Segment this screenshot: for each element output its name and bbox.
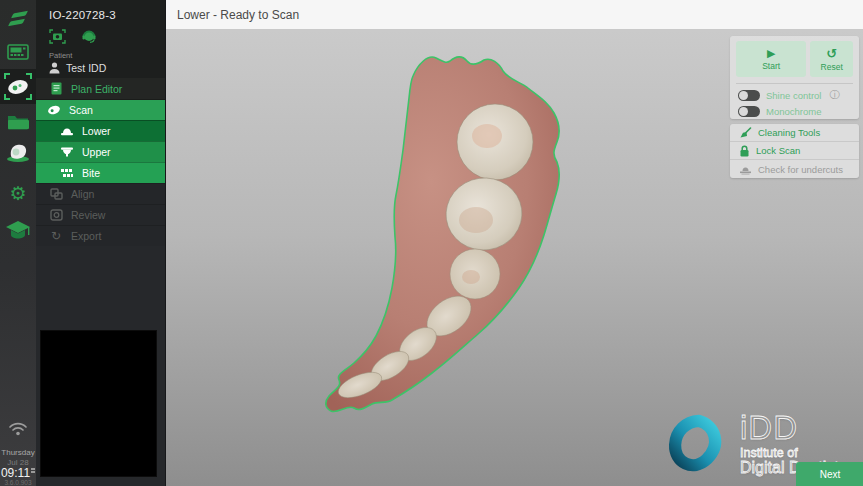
divider [736, 83, 853, 84]
menu-item-review-disabled: Review [36, 204, 165, 225]
lock-scan-button[interactable]: Lock Scan [730, 142, 859, 160]
status-day: Thursday [0, 448, 36, 457]
monochrome-toggle[interactable] [738, 106, 760, 117]
start-label: Start [762, 61, 780, 71]
lock-scan-label: Lock Scan [756, 145, 800, 156]
broom-icon [739, 127, 752, 139]
undercut-check-icon [739, 164, 752, 175]
scanner-app-window: ⚙ Thursday Jul 28 09:11 3.6.0.903 IO-220… [0, 0, 863, 486]
menu-item-plan-editor[interactable]: Plan Editor [36, 78, 165, 99]
app-logo-icon [0, 7, 36, 31]
control-panel-icon[interactable] [0, 42, 36, 62]
check-undercuts-label: Check for undercuts [758, 164, 843, 175]
bite-icon [60, 168, 74, 178]
menu-item-align-disabled: Align [36, 183, 165, 204]
align-icon [49, 188, 63, 200]
cleaning-tools-button[interactable]: Cleaning Tools [730, 124, 859, 142]
shine-control-label: Shine control [766, 90, 821, 101]
menu-item-label: Scan [69, 104, 93, 116]
monochrome-row: Monochrome [730, 103, 859, 119]
lock-icon [739, 145, 750, 157]
play-icon: ▶ [767, 48, 775, 59]
tooth-model-icon[interactable] [0, 139, 36, 165]
training-graduation-cap-icon[interactable] [0, 218, 36, 242]
menu-item-label: Lower [82, 125, 111, 137]
workflow-panel: IO-220728-3 Patient Test IDD Plan Editor… [36, 0, 165, 486]
scan-controls-card: ▶ Start ↺ Reset Shine control ⓘ Mo [730, 36, 859, 119]
plan-editor-document-icon [49, 82, 63, 95]
menu-item-upper[interactable]: Upper [36, 141, 165, 162]
idd-logo-text: iDD [740, 411, 852, 446]
start-button[interactable]: ▶ Start [736, 41, 806, 77]
patient-row[interactable]: Test IDD [49, 62, 165, 74]
seconds-indicator [31, 468, 35, 474]
check-undercuts-button-disabled: Check for undercuts [730, 160, 859, 178]
next-button[interactable]: Next [796, 462, 863, 486]
monochrome-label: Monochrome [766, 106, 821, 117]
info-icon[interactable]: ⓘ [829, 88, 839, 102]
menu-item-bite[interactable]: Bite [36, 162, 165, 183]
3d-viewport[interactable]: ▶ Start ↺ Reset Shine control ⓘ Mo [166, 30, 863, 486]
menu-item-label: Review [71, 209, 105, 221]
wifi-icon [0, 420, 36, 436]
cleaning-tools-label: Cleaning Tools [758, 127, 820, 138]
support-headset-icon[interactable] [81, 29, 97, 44]
icon-rail: ⚙ Thursday Jul 28 09:11 3.6.0.903 [0, 0, 36, 486]
status-time: 09:11 [0, 466, 36, 480]
camera-preview-window [40, 330, 157, 477]
scan-tools-card: Cleaning Tools Lock Scan Check for under… [730, 124, 859, 178]
menu-item-label: Align [71, 188, 94, 200]
case-folder-icon[interactable] [0, 111, 36, 131]
menu-item-label: Plan Editor [71, 83, 122, 95]
menu-item-label: Export [71, 230, 101, 242]
shine-control-toggle[interactable] [738, 90, 760, 101]
menu-item-label: Bite [82, 167, 100, 179]
scanner-mouse-icon [6, 78, 30, 96]
next-label: Next [820, 469, 841, 480]
idd-logo-icon [660, 408, 732, 480]
project-id: IO-220728-3 [49, 9, 165, 21]
clock-time: 09:11 [1, 466, 30, 480]
upper-jaw-icon [60, 146, 74, 158]
reset-icon: ↺ [826, 47, 837, 60]
app-version: 3.6.0.903 [0, 479, 36, 486]
patient-name: Test IDD [66, 62, 106, 74]
scan-mouse-icon [47, 104, 61, 116]
export-icon: ↻ [49, 229, 63, 243]
scan-capture-icon[interactable] [49, 29, 66, 44]
menu-item-export-disabled: ↻ Export [36, 225, 165, 246]
menu-item-scan-active[interactable]: Scan [36, 99, 165, 120]
menu-item-label: Upper [82, 146, 111, 158]
reset-button[interactable]: ↺ Reset [810, 41, 853, 77]
lower-jaw-icon [60, 125, 74, 137]
review-icon [49, 209, 63, 221]
project-header: IO-220728-3 Patient Test IDD [36, 0, 165, 78]
patient-person-icon [49, 62, 60, 74]
patient-label: Patient [49, 51, 165, 60]
scan-status-text: Lower - Ready to Scan [177, 8, 299, 22]
menu-item-lower-selected[interactable]: Lower [36, 120, 165, 141]
settings-gear-icon[interactable]: ⚙ [0, 182, 36, 204]
main-area: Lower - Ready to Scan [165, 0, 863, 486]
viewport-title-bar: Lower - Ready to Scan [166, 0, 863, 30]
shine-control-row: Shine control ⓘ [730, 87, 859, 103]
reset-label: Reset [821, 62, 843, 72]
scanner-tool-icon-active[interactable] [0, 69, 36, 104]
